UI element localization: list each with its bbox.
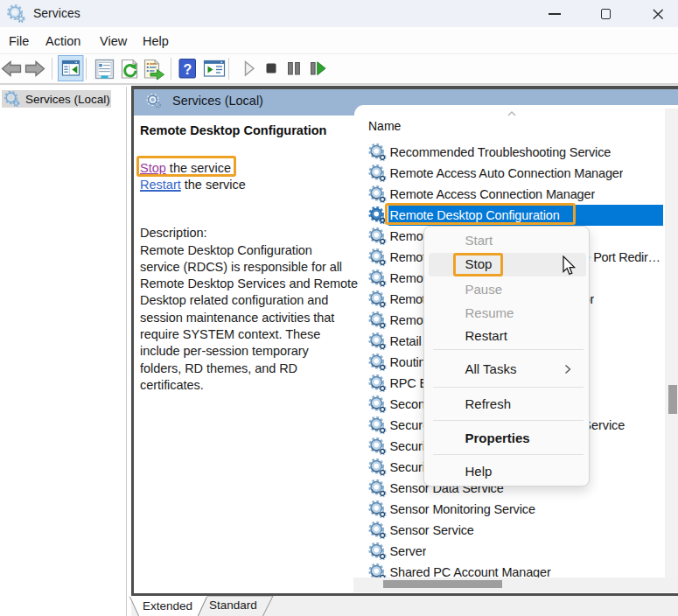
svg-text:?: ?	[183, 62, 192, 77]
